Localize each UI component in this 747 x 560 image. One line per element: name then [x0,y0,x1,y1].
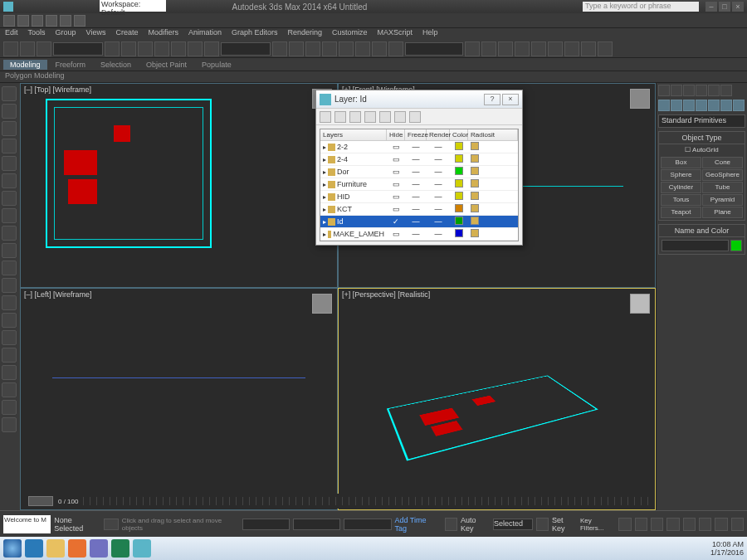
dialog-close-button[interactable]: × [502,94,519,105]
layer-row[interactable]: ▸HID ▭ — — [320,191,518,203]
left-tool[interactable] [2,417,17,432]
refcoord-dropdown[interactable] [221,42,271,56]
time-slider[interactable] [28,496,53,506]
tab-create-icon[interactable] [658,85,670,96]
tool-spinner[interactable] [372,41,387,56]
menu-group[interactable]: Group [56,28,76,40]
tool-snap[interactable] [322,41,337,56]
qat-button[interactable] [3,15,15,27]
taskbar-3dsmax-icon[interactable] [133,539,151,558]
tool-render-setup[interactable] [564,41,579,56]
nav-button[interactable] [618,518,631,531]
nav-button[interactable] [715,518,727,531]
tab-modify-icon[interactable] [671,85,682,96]
left-tool[interactable] [2,243,17,258]
coord-x-field[interactable] [242,519,290,530]
left-tool[interactable] [2,86,17,101]
tool-link[interactable] [37,41,51,56]
left-tool[interactable] [2,330,17,345]
layer-row[interactable]: ▸KCT ▭ — — [320,203,518,216]
sub-geometry-icon[interactable] [658,100,670,111]
qat-button[interactable] [60,15,71,27]
obj-tube[interactable]: Tube [702,182,743,193]
viewcube[interactable] [312,294,332,314]
left-tool[interactable] [2,313,17,328]
left-tool[interactable] [2,295,17,310]
layer-row[interactable]: ▸Furniture ▭ — — [320,178,518,191]
col-render[interactable]: Render [427,129,450,140]
viewport-label[interactable]: [–] [Left] [Wireframe] [24,290,92,299]
tool-keymode[interactable] [305,41,320,56]
qat-button[interactable] [17,15,29,27]
layer-row[interactable]: ▸2-4 ▭ — — [320,153,518,166]
tab-modeling[interactable]: Modeling [3,60,47,70]
obj-sphere[interactable]: Sphere [661,169,701,181]
selection-filter[interactable] [53,42,103,56]
sub-spacewarps-icon[interactable] [720,100,732,111]
tool-undo[interactable] [3,41,18,56]
rollout-header[interactable]: Object Type [659,132,745,144]
search-input[interactable]: Type a keyword or phrase [583,2,699,12]
lock-icon[interactable] [104,519,118,530]
left-tool[interactable] [2,400,17,415]
category-dropdown[interactable]: Standard Primitives [658,114,745,128]
keyfilters-button[interactable]: Key Filters... [580,517,615,532]
taskbar-explorer-icon[interactable] [46,539,65,558]
tool-anglesnap[interactable] [339,41,354,56]
col-freeze[interactable]: Freeze [405,129,427,140]
layer-add-icon[interactable] [349,111,361,123]
taskbar-app-icon[interactable] [90,539,108,558]
maximize-button[interactable]: □ [719,2,730,12]
left-tool[interactable] [2,104,17,119]
tab-utilities-icon[interactable] [720,85,732,96]
taskbar-ie-icon[interactable] [25,539,43,558]
col-layers[interactable]: Layers [320,129,387,140]
setkey-button[interactable] [536,518,549,531]
nav-button[interactable] [683,518,696,531]
tool-manip[interactable] [289,41,304,56]
tool-redo[interactable] [20,41,35,56]
tab-populate[interactable]: Populate [195,60,238,70]
left-tool[interactable] [2,365,17,380]
left-tool[interactable] [2,191,17,206]
viewcube[interactable] [630,89,650,109]
tab-selection[interactable]: Selection [94,60,138,70]
viewport-label[interactable]: [+] [Perspective] [Realistic] [342,290,430,299]
timeline-track[interactable]: 0 / 100 [25,494,652,509]
menu-edit[interactable]: Edit [5,28,18,40]
close-button[interactable]: × [732,2,744,12]
viewport-perspective[interactable]: [+] [Perspective] [Realistic] [338,288,656,510]
menu-create[interactable]: Create [115,28,138,40]
left-tool[interactable] [2,173,17,188]
tab-freeform[interactable]: Freeform [49,60,93,70]
sub-systems-icon[interactable] [733,100,745,111]
tab-hierarchy-icon[interactable] [683,85,695,96]
sub-cameras-icon[interactable] [696,100,707,111]
tool-render[interactable] [598,41,613,56]
minimize-button[interactable]: – [706,2,717,12]
layer-hide-icon[interactable] [394,111,406,123]
obj-cone[interactable]: Cone [702,157,743,168]
rollout-header[interactable]: Name and Color [659,225,745,237]
left-tool[interactable] [2,208,17,223]
obj-cylinder[interactable]: Cylinder [661,182,701,193]
layer-row[interactable]: ▸2-2 ▭ — — [320,141,518,153]
tool-pivot[interactable] [272,41,287,56]
tool-selectrect[interactable] [138,41,153,56]
left-tool[interactable] [2,348,17,363]
tool-scale[interactable] [204,41,219,56]
tool-rotate[interactable] [188,41,203,56]
time-tag-button[interactable]: Add Time Tag [395,516,438,533]
qat-button[interactable] [74,15,85,27]
nav-button[interactable] [666,518,679,531]
viewport-left[interactable]: [–] [Left] [Wireframe] [20,288,338,510]
layer-row[interactable]: ▸Id ✓ — — [320,216,518,228]
maxscript-listener[interactable]: Welcome to M [3,515,51,533]
menu-maxscript[interactable]: MAXScript [378,28,413,40]
nav-button[interactable] [699,518,711,531]
left-tool[interactable] [2,156,17,171]
viewport-label[interactable]: [–] [Top] [Wireframe] [24,85,91,94]
left-tool[interactable] [2,278,17,293]
tool-selectname[interactable] [121,41,136,56]
nav-button[interactable] [731,518,744,531]
